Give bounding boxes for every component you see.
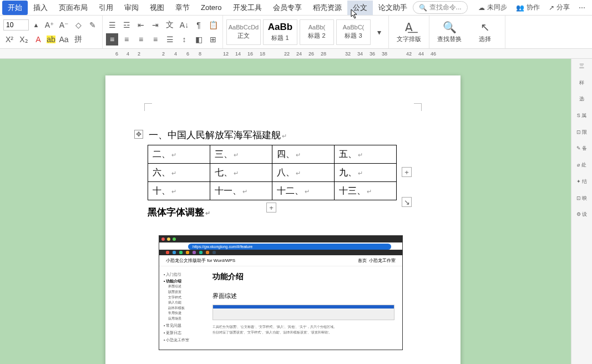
minimize-icon: [167, 237, 170, 241]
panel-item[interactable]: ⌀ 处: [577, 162, 586, 169]
panel-item[interactable]: ✦ 结: [576, 179, 588, 185]
table-cell[interactable]: 十三、↵: [335, 182, 397, 200]
tab-view[interactable]: 视图: [144, 1, 170, 15]
find-replace-button[interactable]: 🔍 查找替换: [433, 21, 466, 43]
panel-item[interactable]: ✎ 备: [576, 145, 588, 152]
show-marks-icon[interactable]: ¶: [193, 19, 205, 31]
panel-item[interactable]: ⚙ 设: [576, 211, 588, 218]
styles-more-icon[interactable]: ▾: [373, 26, 385, 38]
tab-thesis[interactable]: 论文助手: [373, 1, 413, 15]
format-painter-icon[interactable]: ✎: [87, 19, 99, 31]
table-cell[interactable]: 四、↵: [272, 145, 335, 164]
tab-insert[interactable]: 插入: [28, 1, 53, 15]
table-cell[interactable]: 十、↵: [148, 182, 210, 200]
table-resize-handle[interactable]: ↘: [402, 197, 412, 207]
add-row-button[interactable]: +: [266, 203, 276, 213]
table-move-handle[interactable]: ✥: [134, 130, 143, 139]
highlight-icon[interactable]: ab: [47, 36, 55, 43]
more-icon[interactable]: ⋯: [574, 4, 590, 12]
text-direction-icon[interactable]: 文: [164, 19, 176, 31]
font-color-icon[interactable]: A: [32, 33, 44, 46]
increase-indent-icon[interactable]: ⇥: [149, 19, 161, 31]
table-cell[interactable]: 五、↵: [335, 145, 397, 164]
panel-item[interactable]: ⊡ 限: [576, 129, 588, 136]
shading-icon[interactable]: ◧: [193, 33, 205, 46]
tab-review[interactable]: 审阅: [119, 1, 144, 15]
line-spacing-icon[interactable]: ↕: [178, 33, 190, 46]
close-icon: [161, 237, 165, 241]
subscript-icon[interactable]: X₂: [18, 33, 30, 46]
table-cell[interactable]: 九、↵: [335, 164, 397, 182]
panel-item[interactable]: ⊡ 映: [576, 195, 588, 202]
style-heading1[interactable]: AaBb 标题 1: [263, 19, 297, 45]
embedded-image[interactable]: https://gw.xkonglong.com/#/feature 小恐龙公文…: [159, 235, 403, 350]
url-bar: https://gw.xkonglong.com/#/feature: [188, 244, 391, 250]
collab-icon: 👥: [516, 4, 524, 12]
document-heading[interactable]: ✥ 一、中国人民解放军海军福建舰↵: [149, 129, 449, 141]
add-column-button[interactable]: +: [402, 167, 412, 177]
panel-item[interactable]: 样: [579, 80, 584, 87]
tab-zotero[interactable]: Zotero: [195, 1, 227, 14]
table-cell[interactable]: 二、↵: [148, 145, 210, 164]
text-layout-button[interactable]: A͟ 文字排版: [392, 21, 426, 43]
tab-start[interactable]: 开始: [2, 1, 28, 15]
align-right-icon[interactable]: ≡: [135, 33, 147, 46]
document-subtitle[interactable]: 黑体字体调整↵: [148, 206, 449, 219]
search-icon: 🔍: [419, 4, 427, 12]
distribute-icon[interactable]: ☰: [164, 33, 176, 46]
collab-button[interactable]: 👥协作: [512, 3, 544, 12]
table-row[interactable]: 二、↵ 三、↵ 四、↵ 五、↵: [148, 145, 397, 164]
table-row[interactable]: 十、↵ 十一、↵ 十二、↵ 十三、↵: [148, 182, 397, 200]
align-center-icon[interactable]: ≡: [120, 33, 133, 46]
table-cell[interactable]: 十二、↵: [272, 182, 335, 200]
align-justify-icon[interactable]: ≡: [149, 33, 161, 46]
sync-status[interactable]: ☁未同步: [474, 3, 512, 12]
borders-icon[interactable]: ⊞: [207, 33, 219, 46]
tab-member[interactable]: 会员专享: [267, 1, 307, 15]
shrink-font-icon[interactable]: A⁻: [58, 19, 70, 31]
style-heading3[interactable]: AaBbC( 标题 3: [336, 19, 371, 45]
phonetic-icon[interactable]: 拼: [72, 33, 84, 46]
webpage-nav: • 入门指引 • 功能介绍 界面综述 版面设置 文字样式 插入功能 副本和模板 …: [159, 266, 205, 350]
tab-reference[interactable]: 引用: [93, 1, 119, 15]
change-case-icon[interactable]: Aa: [58, 33, 70, 46]
decrease-indent-icon[interactable]: ⇤: [135, 19, 147, 31]
table-cell[interactable]: 十一、↵: [210, 182, 272, 200]
table-cell[interactable]: 七、↵: [210, 164, 272, 182]
document-workspace[interactable]: ✥ 一、中国人民解放军海军福建舰↵ 二、↵ 三、↵ 四、↵ 五、↵ 六、↵ 七、…: [0, 59, 571, 364]
grow-font-icon[interactable]: A⁺: [43, 19, 55, 31]
browser-titlebar: [159, 236, 402, 242]
bookmark-bar: [159, 250, 402, 255]
text-layout-icon: A͟: [405, 21, 413, 34]
table-cell[interactable]: 三、↵: [210, 145, 272, 164]
tab-official-doc[interactable]: 公文: [347, 1, 373, 15]
style-heading2[interactable]: AaBb( 标题 2: [300, 19, 334, 45]
document-table[interactable]: 二、↵ 三、↵ 四、↵ 五、↵ 六、↵ 七、↵ 八、↵ 九、↵ 十、↵ 十一、↵…: [148, 145, 397, 200]
clipboard-icon[interactable]: 📋: [207, 19, 219, 31]
horizontal-ruler[interactable]: 6 4 2 2 4 6 8 12 14 16 18 22 24 26 28 32…: [0, 49, 592, 59]
font-size-input[interactable]: [3, 19, 29, 31]
table-cell[interactable]: 六、↵: [148, 164, 210, 182]
align-left-icon[interactable]: ≡: [106, 33, 118, 46]
panel-item[interactable]: S 属: [577, 113, 587, 119]
clear-format-icon[interactable]: ◇: [72, 19, 84, 31]
tab-pagelayout[interactable]: 页面布局: [53, 1, 93, 15]
panel-item[interactable]: 三: [579, 63, 584, 70]
panel-item[interactable]: 选: [579, 96, 584, 103]
table-cell[interactable]: 八、↵: [272, 164, 335, 182]
bullets-icon[interactable]: ☰: [106, 19, 118, 31]
table-row[interactable]: 六、↵ 七、↵ 八、↵ 九、↵: [148, 164, 397, 182]
sort-icon[interactable]: A↓: [178, 19, 190, 31]
select-button[interactable]: ↖ 选择: [468, 21, 502, 43]
tab-resource[interactable]: 稻壳资源: [307, 1, 347, 15]
superscript-icon[interactable]: X²: [3, 33, 16, 46]
command-search[interactable]: 🔍 查找命令...: [413, 1, 468, 14]
tab-dev[interactable]: 开发工具: [227, 1, 267, 15]
tab-chapter[interactable]: 章节: [170, 1, 195, 15]
style-normal[interactable]: AaBbCcDd 正文: [226, 19, 261, 45]
numbering-icon[interactable]: ☲: [120, 19, 133, 31]
maximize-icon: [173, 237, 176, 241]
ribbon: ▲ A⁺ A⁻ ◇ ✎ X² X₂ A ab Aa 拼 ☰ ☲ ⇤ ⇥: [0, 16, 592, 49]
share-button[interactable]: ↗分享: [544, 3, 574, 12]
font-size-up-icon[interactable]: ▲: [31, 20, 41, 30]
